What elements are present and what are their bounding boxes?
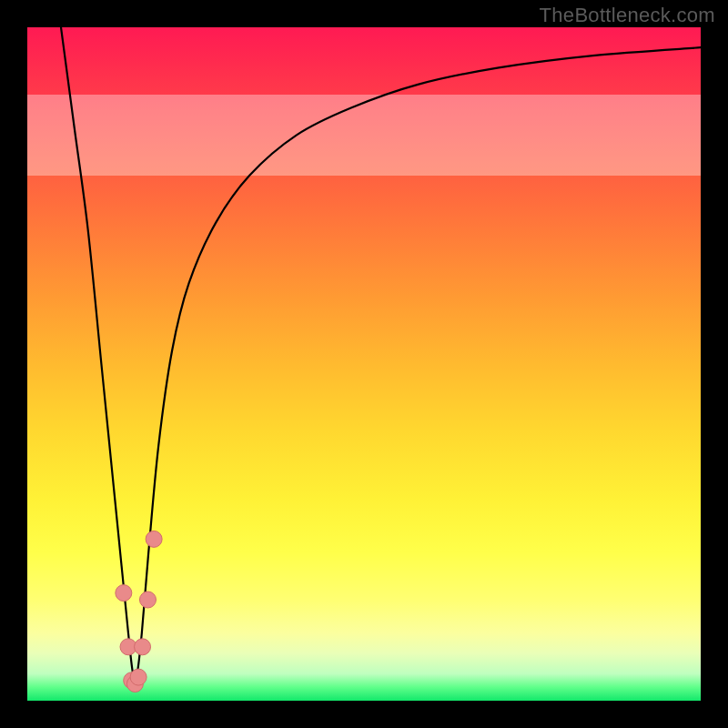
curve-layer	[27, 27, 701, 701]
highlight-marker	[146, 531, 162, 547]
bottleneck-curve	[61, 27, 701, 679]
highlight-marker	[139, 592, 156, 608]
highlight-marker	[116, 585, 132, 602]
watermark-text: TheBottleneck.com	[540, 4, 715, 27]
plot-area	[27, 27, 701, 701]
chart-frame: TheBottleneck.com	[0, 0, 728, 728]
highlight-marker	[135, 639, 151, 655]
highlight-marker	[130, 669, 147, 685]
